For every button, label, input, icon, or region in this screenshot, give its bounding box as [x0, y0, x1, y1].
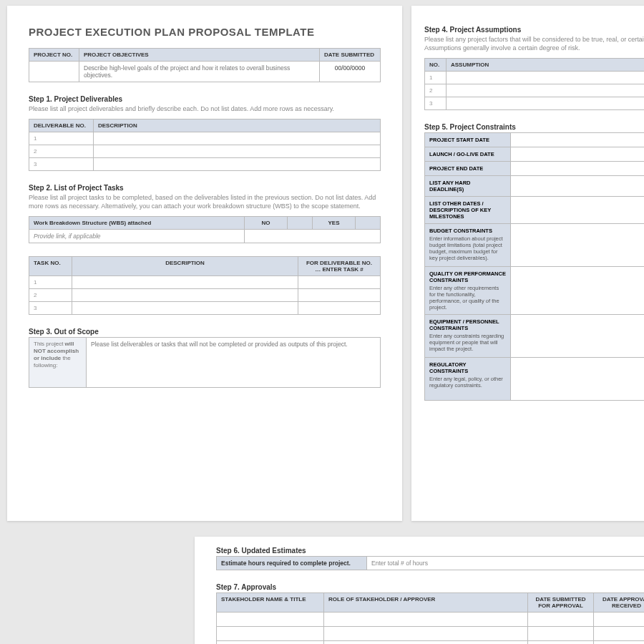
deliverables-table: DELIVERABLE NO. DESCRIPTION 1 2 3	[29, 119, 381, 171]
wbs-yes-check[interactable]	[356, 217, 381, 230]
row-num[interactable]: 2	[425, 84, 447, 97]
table-cell[interactable]	[594, 641, 645, 645]
wbs-link-cell[interactable]	[245, 230, 381, 243]
table-cell[interactable]	[72, 276, 298, 289]
approvals-table: STAKEHOLDER NAME & TITLE ROLE OF STAKEHO…	[216, 592, 644, 644]
table-cell[interactable]	[324, 613, 528, 627]
c-label-text: QUALITY OR PERFORMANCE CONSTRAINTS	[429, 270, 506, 283]
row-num[interactable]: 2	[29, 145, 94, 158]
table-cell[interactable]	[94, 158, 381, 171]
est-label: Estimate hours required to complete proj…	[217, 557, 367, 570]
cell-project-no[interactable]	[29, 62, 79, 82]
table-cell[interactable]	[217, 627, 324, 641]
table-cell[interactable]	[94, 132, 381, 145]
c-label: QUALITY OR PERFORMANCE CONSTRAINTSEnter …	[425, 267, 511, 315]
c-value[interactable]	[511, 315, 645, 358]
col-role: ROLE OF STAKEHOLDER / APPROVER	[324, 593, 528, 613]
assumptions-table: NO. ASSUMPTION 1 2 3	[424, 58, 644, 110]
table-cell[interactable]	[324, 627, 528, 641]
c-value[interactable]	[511, 224, 645, 267]
col-date-received: DATE APPROVAL RECEIVED	[594, 593, 645, 613]
c-value[interactable]	[511, 197, 645, 224]
col-task-deliv: FOR DELIVERABLE NO. … ENTER TASK #	[298, 257, 381, 276]
table-cell[interactable]	[594, 613, 645, 627]
step3-title: Step 3. Out of Scope	[29, 328, 381, 336]
table-cell[interactable]	[447, 72, 645, 84]
col-project-no: PROJECT NO.	[29, 49, 79, 62]
row-num[interactable]: 1	[425, 72, 447, 84]
table-cell[interactable]	[72, 302, 298, 315]
table-cell[interactable]	[528, 613, 594, 627]
c-label: PROJECT START DATE	[425, 133, 511, 147]
c-label: LIST ANY HARD DEADLINE(S)	[425, 176, 511, 197]
constraints-table: PROJECT START DATE LAUNCH / GO-LIVE DATE…	[424, 132, 644, 401]
oos-label-prefix: This project	[34, 341, 65, 347]
est-input[interactable]: Enter total # of hours	[367, 557, 645, 570]
table-cell[interactable]	[447, 97, 645, 110]
page-1: PROJECT EXECUTION PLAN PROPOSAL TEMPLATE…	[7, 6, 402, 521]
col-objectives: PROJECT OBJECTIVES	[79, 49, 320, 62]
table-cell[interactable]	[528, 641, 594, 645]
table-cell[interactable]	[298, 276, 381, 289]
table-cell[interactable]	[217, 613, 324, 627]
c-label-text: EQUIPMENT / PERSONNEL CONSTRAINTS	[429, 318, 499, 331]
table-cell[interactable]	[528, 627, 594, 641]
col-task-no: TASK NO.	[29, 257, 72, 276]
row-num[interactable]: 3	[29, 302, 72, 315]
c-label: EQUIPMENT / PERSONNEL CONSTRAINTSEnter a…	[425, 315, 511, 358]
col-stakeholder: STAKEHOLDER NAME & TITLE	[217, 593, 324, 613]
out-of-scope-table: This project will NOT accomplish or incl…	[29, 337, 381, 388]
row-num[interactable]: 1	[29, 132, 94, 145]
col-description: DESCRIPTION	[94, 119, 381, 132]
row-num[interactable]: 3	[425, 97, 447, 110]
step6-title: Step 6. Updated Estimates	[216, 547, 644, 555]
c-label-sub: Enter information about project budget l…	[429, 235, 506, 261]
step2-title: Step 2. List of Project Tasks	[29, 184, 381, 192]
row-num[interactable]: 2	[29, 289, 72, 302]
col-date-submitted: DATE SUBMITTED	[320, 49, 381, 62]
table-cell[interactable]	[94, 145, 381, 158]
page-3: Step 6. Updated Estimates Estimate hours…	[195, 537, 644, 644]
wbs-table: Work Breakdown Structure (WBS) attached …	[29, 216, 381, 243]
c-value[interactable]	[511, 162, 645, 176]
cell-objectives[interactable]: Describe high-level goals of the project…	[79, 62, 320, 82]
oos-body[interactable]: Please list deliverables or tasks that w…	[87, 338, 381, 388]
step4-desc: Please list any project factors that wil…	[424, 35, 644, 52]
step5-title: Step 5. Project Constraints	[424, 123, 644, 131]
cell-date[interactable]: 00/00/0000	[320, 62, 381, 82]
table-cell[interactable]	[324, 641, 528, 645]
row-num[interactable]: 3	[29, 158, 94, 171]
c-label: BUDGET CONSTRAINTSEnter information abou…	[425, 224, 511, 267]
tasks-table: TASK NO. DESCRIPTION FOR DELIVERABLE NO.…	[29, 256, 381, 315]
table-cell[interactable]	[594, 627, 645, 641]
c-value[interactable]	[511, 133, 645, 147]
step7-title: Step 7. Approvals	[216, 583, 644, 591]
step2-desc: Please list all project tasks to be comp…	[29, 193, 381, 210]
project-header-table: PROJECT NO. PROJECT OBJECTIVES DATE SUBM…	[29, 48, 381, 82]
col-deliverable-no: DELIVERABLE NO.	[29, 119, 94, 132]
table-cell[interactable]	[217, 641, 324, 645]
c-value[interactable]	[511, 358, 645, 401]
table-cell[interactable]	[298, 289, 381, 302]
c-label: LAUNCH / GO-LIVE DATE	[425, 147, 511, 162]
table-cell[interactable]	[447, 84, 645, 97]
document-title: PROJECT EXECUTION PLAN PROPOSAL TEMPLATE	[29, 26, 381, 38]
step4-title: Step 4. Project Assumptions	[424, 26, 644, 34]
estimates-table: Estimate hours required to complete proj…	[216, 556, 644, 570]
c-value[interactable]	[511, 176, 645, 197]
c-label-text: REGULATORY CONSTRAINTS	[429, 361, 468, 374]
col-assumption: ASSUMPTION	[447, 59, 645, 72]
wbs-link-label: Provide link, if applicable	[29, 230, 245, 243]
col-task-desc: DESCRIPTION	[72, 257, 298, 276]
c-value[interactable]	[511, 267, 645, 315]
oos-label: This project will NOT accomplish or incl…	[29, 338, 87, 388]
c-value[interactable]	[511, 147, 645, 162]
wbs-no-check[interactable]	[288, 217, 313, 230]
c-label-sub: Enter any constraints regarding equipmen…	[429, 333, 506, 352]
wbs-no-label: NO	[245, 217, 288, 230]
step1-title: Step 1. Project Deliverables	[29, 95, 381, 103]
row-num[interactable]: 1	[29, 276, 72, 289]
table-cell[interactable]	[298, 302, 381, 315]
c-label-sub: Enter any other requirements for the fun…	[429, 285, 506, 311]
table-cell[interactable]	[72, 289, 298, 302]
